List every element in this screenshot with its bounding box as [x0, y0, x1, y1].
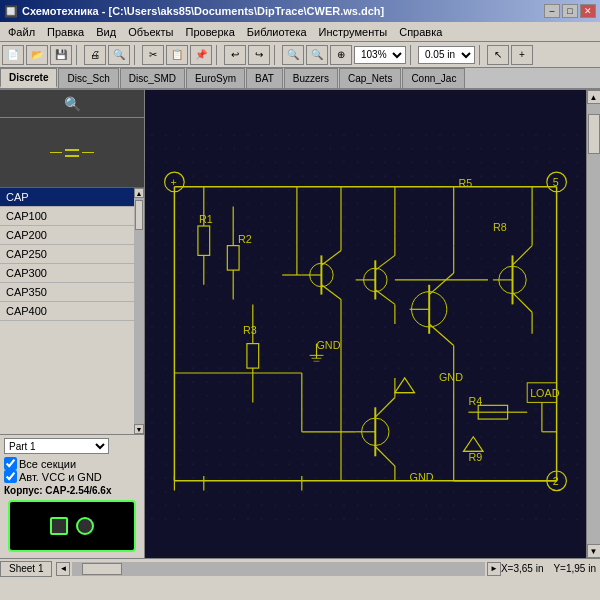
scroll-down-button[interactable]: ▼ [587, 544, 601, 558]
comp-item-cap350[interactable]: CAP350 [0, 283, 134, 302]
tab-buzzers[interactable]: Buzzers [284, 68, 338, 88]
svg-text:R3: R3 [243, 324, 257, 336]
search-bar: 🔍 [0, 90, 144, 118]
menu-check[interactable]: Проверка [180, 24, 241, 40]
grid-select[interactable]: 0.05 in [418, 46, 475, 64]
svg-text:GND: GND [410, 471, 434, 483]
paste-button[interactable]: 📌 [190, 45, 212, 65]
h-scroll-area: ◄ ► [56, 562, 500, 576]
zoom-select[interactable]: 103% [354, 46, 406, 64]
part-row: Part 1 [4, 437, 140, 455]
tab-discrete[interactable]: Discrete [0, 68, 57, 88]
component-preview [0, 118, 144, 188]
footprint-pad-square [50, 517, 68, 535]
all-sections-checkbox[interactable] [4, 457, 17, 470]
sep-3 [216, 45, 220, 65]
menu-objects[interactable]: Объекты [122, 24, 179, 40]
menu-view[interactable]: Вид [90, 24, 122, 40]
cap-plate-top [65, 149, 79, 151]
app-icon: 🔲 [4, 5, 18, 18]
corpus-label: Корпус: CAP-2.54/6.6x [4, 485, 140, 496]
new-button[interactable]: 📄 [2, 45, 24, 65]
component-footprint [8, 500, 136, 552]
comp-item-cap400[interactable]: CAP400 [0, 302, 134, 321]
comp-item-cap300[interactable]: CAP300 [0, 264, 134, 283]
check-vcc-gnd: Авт. VCC и GND [4, 470, 140, 483]
toolbar: 📄 📂 💾 🖨 🔍 ✂ 📋 📌 ↩ ↪ 🔍 🔍 ⊕ 103% 0.05 in ↖… [0, 42, 600, 68]
status-coords: X=3,65 in Y=1,95 in [501, 563, 600, 574]
menu-help[interactable]: Справка [393, 24, 448, 40]
sep-4 [274, 45, 278, 65]
hscroll-left-button[interactable]: ◄ [56, 562, 70, 576]
search-icon: 🔍 [64, 96, 81, 112]
close-button[interactable]: ✕ [580, 4, 596, 18]
svg-text:R4: R4 [468, 395, 482, 407]
svg-text:+: + [170, 176, 176, 188]
redo-button[interactable]: ↪ [248, 45, 270, 65]
component-list: CAP CAP100 CAP200 CAP250 CAP300 CAP350 C… [0, 188, 134, 434]
save-button[interactable]: 💾 [50, 45, 72, 65]
hscroll-thumb[interactable] [82, 563, 122, 575]
menu-tools[interactable]: Инструменты [313, 24, 394, 40]
all-sections-label: Все секции [19, 458, 76, 470]
svg-text:LOAD: LOAD [530, 387, 560, 399]
schematic-canvas-area[interactable]: LOAD GND GND + 5 2 [145, 90, 586, 558]
vcc-gnd-checkbox[interactable] [4, 470, 17, 483]
zoom-area-button[interactable]: ⊕ [330, 45, 352, 65]
check-all-sections: Все секции [4, 457, 140, 470]
open-button[interactable]: 📂 [26, 45, 48, 65]
title-text: Схемотехника - [C:\Users\aks85\Documents… [22, 5, 544, 17]
scroll-thumb[interactable] [588, 114, 600, 154]
list-scroll-thumb[interactable] [135, 200, 143, 230]
svg-text:R8: R8 [493, 221, 507, 233]
zoom-in-button[interactable]: 🔍 [306, 45, 328, 65]
sep-1 [76, 45, 80, 65]
tab-eurosym[interactable]: EuroSym [186, 68, 245, 88]
add-button[interactable]: + [511, 45, 533, 65]
tab-disc-smd[interactable]: Disc_SMD [120, 68, 185, 88]
list-scroll-track [134, 198, 144, 424]
sheet-tab-1[interactable]: Sheet 1 [0, 561, 52, 577]
scroll-track [587, 104, 601, 544]
bottom-panel: Part 1 Все секции Авт. VCC и GND Корпус:… [0, 434, 144, 558]
zoom-fit-button[interactable]: 🔍 [108, 45, 130, 65]
maximize-button[interactable]: □ [562, 4, 578, 18]
comp-item-cap100[interactable]: CAP100 [0, 207, 134, 226]
minimize-button[interactable]: – [544, 4, 560, 18]
main-area: 🔍 CAP CAP100 CAP200 CAP250 CAP300 CAP350 [0, 90, 600, 558]
x-coord: X=3,65 in [501, 563, 544, 574]
tab-bar: Discrete Disc_Sch Disc_SMD EuroSym BAT B… [0, 68, 600, 90]
menu-file[interactable]: Файл [2, 24, 41, 40]
menu-library[interactable]: Библиотека [241, 24, 313, 40]
menu-edit[interactable]: Правка [41, 24, 90, 40]
pointer-button[interactable]: ↖ [487, 45, 509, 65]
cut-button[interactable]: ✂ [142, 45, 164, 65]
print-button[interactable]: 🖨 [84, 45, 106, 65]
schematic-svg: LOAD GND GND + 5 2 [145, 90, 586, 558]
cap-symbol [50, 149, 94, 157]
tab-cap-nets[interactable]: Cap_Nets [339, 68, 401, 88]
undo-button[interactable]: ↩ [224, 45, 246, 65]
zoom-out-button[interactable]: 🔍 [282, 45, 304, 65]
component-list-area: CAP CAP100 CAP200 CAP250 CAP300 CAP350 C… [0, 188, 144, 434]
right-scrollbar: ▲ ▼ [586, 90, 600, 558]
comp-item-cap200[interactable]: CAP200 [0, 226, 134, 245]
list-scroll-down[interactable]: ▼ [134, 424, 144, 434]
comp-item-cap250[interactable]: CAP250 [0, 245, 134, 264]
title-controls: – □ ✕ [544, 4, 596, 18]
cap-line-left [50, 152, 62, 153]
sheet-area: Sheet 1 ◄ ► X=3,65 in Y=1,95 in [0, 558, 600, 578]
comp-item-cap[interactable]: CAP [0, 188, 134, 207]
tab-conn-jac[interactable]: Conn_Jac [402, 68, 465, 88]
copy-button[interactable]: 📋 [166, 45, 188, 65]
list-scroll-up[interactable]: ▲ [134, 188, 144, 198]
list-scrollbar[interactable]: ▲ ▼ [134, 188, 144, 434]
scroll-up-button[interactable]: ▲ [587, 90, 601, 104]
hscroll-right-button[interactable]: ► [487, 562, 501, 576]
vcc-gnd-label: Авт. VCC и GND [19, 471, 102, 483]
tab-disc-sch[interactable]: Disc_Sch [58, 68, 118, 88]
hscroll-track [72, 562, 484, 576]
part-select[interactable]: Part 1 [4, 438, 109, 454]
sep-6 [479, 45, 483, 65]
tab-bat[interactable]: BAT [246, 68, 283, 88]
